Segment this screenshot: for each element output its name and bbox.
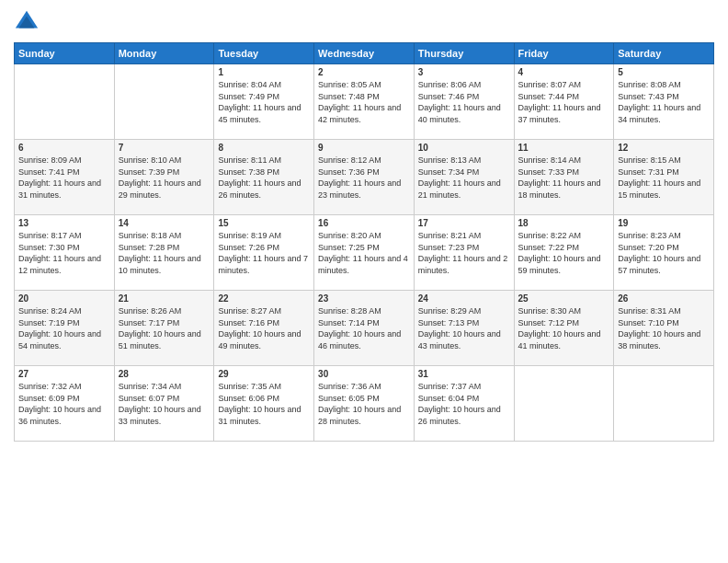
day-content: Sunrise: 8:22 AM Sunset: 7:22 PM Dayligh…	[518, 230, 610, 276]
calendar-cell: 11Sunrise: 8:14 AM Sunset: 7:33 PM Dayli…	[514, 140, 614, 215]
calendar-cell: 19Sunrise: 8:23 AM Sunset: 7:20 PM Dayli…	[614, 215, 714, 291]
calendar-cell: 5Sunrise: 8:08 AM Sunset: 7:43 PM Daylig…	[614, 64, 714, 140]
day-number: 20	[18, 293, 110, 304]
day-content: Sunrise: 8:05 AM Sunset: 7:48 PM Dayligh…	[318, 79, 410, 125]
calendar-cell: 2Sunrise: 8:05 AM Sunset: 7:48 PM Daylig…	[314, 64, 415, 140]
day-header-saturday: Saturday	[614, 43, 714, 64]
calendar-cell: 25Sunrise: 8:30 AM Sunset: 7:12 PM Dayli…	[514, 291, 614, 366]
day-content: Sunrise: 8:23 AM Sunset: 7:20 PM Dayligh…	[618, 230, 710, 276]
day-content: Sunrise: 7:32 AM Sunset: 6:09 PM Dayligh…	[18, 381, 110, 427]
calendar-cell: 26Sunrise: 8:31 AM Sunset: 7:10 PM Dayli…	[614, 291, 714, 366]
calendar-cell: 17Sunrise: 8:21 AM Sunset: 7:23 PM Dayli…	[414, 215, 514, 291]
calendar-cell: 30Sunrise: 7:36 AM Sunset: 6:05 PM Dayli…	[314, 366, 415, 442]
day-number: 14	[119, 218, 210, 228]
day-number: 25	[518, 293, 610, 304]
day-number: 16	[318, 218, 410, 228]
calendar-cell: 20Sunrise: 8:24 AM Sunset: 7:19 PM Dayli…	[15, 291, 115, 366]
day-number: 28	[119, 369, 210, 379]
day-number: 5	[618, 67, 710, 77]
calendar-cell	[114, 64, 214, 140]
day-content: Sunrise: 8:21 AM Sunset: 7:23 PM Dayligh…	[418, 230, 510, 276]
page: SundayMondayTuesdayWednesdayThursdayFrid…	[0, 0, 728, 563]
calendar-cell: 22Sunrise: 8:27 AM Sunset: 7:16 PM Dayli…	[214, 291, 314, 366]
day-number: 3	[418, 67, 510, 77]
calendar-cell: 21Sunrise: 8:26 AM Sunset: 7:17 PM Dayli…	[114, 291, 214, 366]
day-content: Sunrise: 8:24 AM Sunset: 7:19 PM Dayligh…	[18, 305, 110, 351]
day-header-tuesday: Tuesday	[214, 43, 314, 64]
calendar-cell: 6Sunrise: 8:09 AM Sunset: 7:41 PM Daylig…	[15, 140, 115, 215]
day-number: 30	[318, 369, 410, 379]
day-content: Sunrise: 8:15 AM Sunset: 7:31 PM Dayligh…	[618, 155, 710, 201]
day-content: Sunrise: 8:31 AM Sunset: 7:10 PM Dayligh…	[618, 305, 710, 351]
day-content: Sunrise: 8:18 AM Sunset: 7:28 PM Dayligh…	[119, 230, 210, 276]
day-header-wednesday: Wednesday	[314, 43, 415, 64]
calendar-cell	[514, 366, 614, 442]
day-number: 27	[18, 369, 110, 379]
calendar-cell: 23Sunrise: 8:28 AM Sunset: 7:14 PM Dayli…	[314, 291, 415, 366]
day-content: Sunrise: 7:36 AM Sunset: 6:05 PM Dayligh…	[318, 381, 410, 427]
day-content: Sunrise: 8:17 AM Sunset: 7:30 PM Dayligh…	[18, 230, 110, 276]
calendar-cell: 14Sunrise: 8:18 AM Sunset: 7:28 PM Dayli…	[114, 215, 214, 291]
day-number: 19	[618, 218, 710, 228]
day-content: Sunrise: 8:27 AM Sunset: 7:16 PM Dayligh…	[218, 305, 310, 351]
day-content: Sunrise: 8:13 AM Sunset: 7:34 PM Dayligh…	[418, 155, 510, 201]
day-number: 29	[218, 369, 310, 379]
header	[14, 9, 714, 35]
day-number: 1	[218, 67, 310, 77]
day-number: 4	[518, 67, 610, 77]
calendar-cell: 31Sunrise: 7:37 AM Sunset: 6:04 PM Dayli…	[414, 366, 514, 442]
logo	[14, 9, 43, 35]
day-content: Sunrise: 8:07 AM Sunset: 7:44 PM Dayligh…	[518, 79, 610, 125]
day-number: 7	[119, 143, 210, 153]
day-number: 10	[418, 143, 510, 153]
calendar-cell: 24Sunrise: 8:29 AM Sunset: 7:13 PM Dayli…	[414, 291, 514, 366]
day-content: Sunrise: 8:11 AM Sunset: 7:38 PM Dayligh…	[218, 155, 310, 201]
calendar-cell: 27Sunrise: 7:32 AM Sunset: 6:09 PM Dayli…	[15, 366, 115, 442]
calendar-cell: 13Sunrise: 8:17 AM Sunset: 7:30 PM Dayli…	[15, 215, 115, 291]
day-header-sunday: Sunday	[15, 43, 115, 64]
day-number: 26	[618, 293, 710, 304]
day-number: 9	[318, 143, 410, 153]
day-content: Sunrise: 8:09 AM Sunset: 7:41 PM Dayligh…	[18, 155, 110, 201]
logo-icon	[14, 9, 40, 35]
day-number: 22	[218, 293, 310, 304]
calendar-week-1: 1Sunrise: 8:04 AM Sunset: 7:49 PM Daylig…	[15, 64, 714, 140]
calendar-cell: 29Sunrise: 7:35 AM Sunset: 6:06 PM Dayli…	[214, 366, 314, 442]
calendar-cell: 16Sunrise: 8:20 AM Sunset: 7:25 PM Dayli…	[314, 215, 415, 291]
day-content: Sunrise: 7:34 AM Sunset: 6:07 PM Dayligh…	[119, 381, 210, 427]
calendar-cell: 12Sunrise: 8:15 AM Sunset: 7:31 PM Dayli…	[614, 140, 714, 215]
day-number: 13	[18, 218, 110, 228]
calendar-week-3: 13Sunrise: 8:17 AM Sunset: 7:30 PM Dayli…	[15, 215, 714, 291]
calendar-cell: 10Sunrise: 8:13 AM Sunset: 7:34 PM Dayli…	[414, 140, 514, 215]
day-content: Sunrise: 8:08 AM Sunset: 7:43 PM Dayligh…	[618, 79, 710, 125]
calendar-cell	[614, 366, 714, 442]
calendar-cell	[15, 64, 115, 140]
calendar-cell: 1Sunrise: 8:04 AM Sunset: 7:49 PM Daylig…	[214, 64, 314, 140]
day-header-monday: Monday	[114, 43, 214, 64]
calendar-cell: 28Sunrise: 7:34 AM Sunset: 6:07 PM Dayli…	[114, 366, 214, 442]
day-number: 31	[418, 369, 510, 379]
day-header-friday: Friday	[514, 43, 614, 64]
day-number: 11	[518, 143, 610, 153]
calendar-cell: 18Sunrise: 8:22 AM Sunset: 7:22 PM Dayli…	[514, 215, 614, 291]
day-content: Sunrise: 7:35 AM Sunset: 6:06 PM Dayligh…	[218, 381, 310, 427]
day-number: 8	[218, 143, 310, 153]
calendar-week-2: 6Sunrise: 8:09 AM Sunset: 7:41 PM Daylig…	[15, 140, 714, 215]
day-content: Sunrise: 8:14 AM Sunset: 7:33 PM Dayligh…	[518, 155, 610, 201]
calendar-cell: 4Sunrise: 8:07 AM Sunset: 7:44 PM Daylig…	[514, 64, 614, 140]
day-content: Sunrise: 8:20 AM Sunset: 7:25 PM Dayligh…	[318, 230, 410, 276]
day-content: Sunrise: 8:28 AM Sunset: 7:14 PM Dayligh…	[318, 305, 410, 351]
day-number: 6	[18, 143, 110, 153]
day-content: Sunrise: 8:19 AM Sunset: 7:26 PM Dayligh…	[218, 230, 310, 276]
calendar-cell: 15Sunrise: 8:19 AM Sunset: 7:26 PM Dayli…	[214, 215, 314, 291]
day-content: Sunrise: 8:30 AM Sunset: 7:12 PM Dayligh…	[518, 305, 610, 351]
day-number: 24	[418, 293, 510, 304]
calendar-cell: 3Sunrise: 8:06 AM Sunset: 7:46 PM Daylig…	[414, 64, 514, 140]
calendar-cell: 8Sunrise: 8:11 AM Sunset: 7:38 PM Daylig…	[214, 140, 314, 215]
day-content: Sunrise: 8:04 AM Sunset: 7:49 PM Dayligh…	[218, 79, 310, 125]
day-content: Sunrise: 7:37 AM Sunset: 6:04 PM Dayligh…	[418, 381, 510, 427]
day-number: 17	[418, 218, 510, 228]
day-number: 18	[518, 218, 610, 228]
day-header-thursday: Thursday	[414, 43, 514, 64]
calendar-header-row: SundayMondayTuesdayWednesdayThursdayFrid…	[15, 43, 714, 64]
